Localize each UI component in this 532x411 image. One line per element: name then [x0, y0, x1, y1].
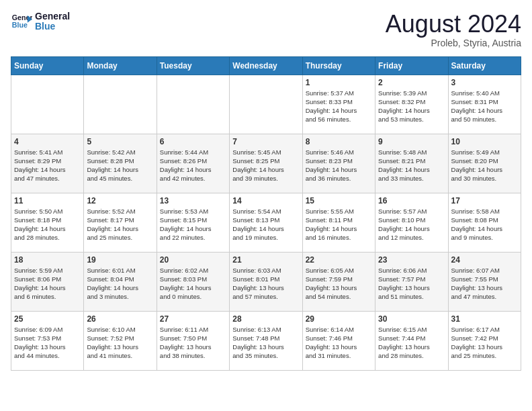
day-number: 3 [451, 78, 518, 87]
day-number: 20 [160, 255, 226, 265]
day-number: 15 [306, 196, 372, 205]
calendar-cell: 17Sunrise: 5:58 AM Sunset: 8:08 PM Dayli… [448, 193, 521, 252]
day-info: Sunrise: 5:53 AM Sunset: 8:15 PM Dayligh… [160, 207, 226, 242]
day-number: 9 [378, 137, 445, 146]
day-number: 24 [451, 255, 518, 265]
weekday-header-wednesday: Wednesday [230, 56, 302, 75]
calendar-cell: 9Sunrise: 5:48 AM Sunset: 8:21 PM Daylig… [375, 134, 448, 193]
calendar-cell: 10Sunrise: 5:49 AM Sunset: 8:20 PM Dayli… [448, 134, 521, 193]
calendar-cell [157, 75, 229, 134]
day-number: 6 [160, 137, 226, 146]
day-info: Sunrise: 5:58 AM Sunset: 8:08 PM Dayligh… [451, 207, 518, 242]
month-year: August 2024 [386, 11, 521, 38]
calendar-week-2: 4Sunrise: 5:41 AM Sunset: 8:29 PM Daylig… [11, 134, 521, 193]
calendar-cell: 3Sunrise: 5:40 AM Sunset: 8:31 PM Daylig… [448, 75, 521, 134]
day-info: Sunrise: 5:50 AM Sunset: 8:18 PM Dayligh… [14, 207, 81, 242]
day-number: 31 [451, 314, 518, 324]
day-info: Sunrise: 6:15 AM Sunset: 7:44 PM Dayligh… [378, 325, 445, 361]
calendar-cell: 15Sunrise: 5:55 AM Sunset: 8:11 PM Dayli… [302, 193, 375, 252]
weekday-header-saturday: Saturday [448, 56, 521, 75]
logo: General Blue General Blue [11, 11, 70, 32]
calendar-cell [11, 75, 84, 134]
calendar-cell: 31Sunrise: 6:17 AM Sunset: 7:42 PM Dayli… [448, 311, 521, 370]
calendar-cell: 21Sunrise: 6:03 AM Sunset: 8:01 PM Dayli… [230, 252, 302, 311]
day-number: 1 [306, 78, 372, 87]
day-info: Sunrise: 6:07 AM Sunset: 7:55 PM Dayligh… [451, 266, 518, 302]
calendar-week-5: 25Sunrise: 6:09 AM Sunset: 7:53 PM Dayli… [11, 311, 521, 370]
calendar-cell: 2Sunrise: 5:39 AM Sunset: 8:32 PM Daylig… [375, 75, 448, 134]
calendar-cell: 1Sunrise: 5:37 AM Sunset: 8:33 PM Daylig… [302, 75, 375, 134]
day-info: Sunrise: 5:55 AM Sunset: 8:11 PM Dayligh… [306, 207, 372, 242]
calendar-cell: 30Sunrise: 6:15 AM Sunset: 7:44 PM Dayli… [375, 311, 448, 370]
day-number: 30 [378, 314, 445, 324]
calendar-cell [84, 75, 157, 134]
day-number: 28 [232, 314, 299, 324]
day-info: Sunrise: 5:57 AM Sunset: 8:10 PM Dayligh… [378, 207, 445, 242]
day-info: Sunrise: 5:39 AM Sunset: 8:32 PM Dayligh… [378, 89, 445, 124]
day-info: Sunrise: 6:05 AM Sunset: 7:59 PM Dayligh… [306, 266, 372, 302]
day-number: 11 [14, 196, 81, 205]
day-number: 8 [306, 137, 372, 146]
day-number: 19 [87, 255, 153, 265]
calendar-cell: 23Sunrise: 6:06 AM Sunset: 7:57 PM Dayli… [375, 252, 448, 311]
calendar-cell: 7Sunrise: 5:45 AM Sunset: 8:25 PM Daylig… [230, 134, 302, 193]
day-info: Sunrise: 5:46 AM Sunset: 8:23 PM Dayligh… [306, 148, 372, 183]
day-info: Sunrise: 6:09 AM Sunset: 7:53 PM Dayligh… [14, 325, 81, 361]
day-info: Sunrise: 6:02 AM Sunset: 8:03 PM Dayligh… [160, 266, 226, 302]
day-info: Sunrise: 6:11 AM Sunset: 7:50 PM Dayligh… [160, 325, 226, 361]
weekday-header-sunday: Sunday [11, 56, 84, 75]
day-info: Sunrise: 5:52 AM Sunset: 8:17 PM Dayligh… [87, 207, 153, 242]
day-number: 4 [14, 137, 81, 146]
calendar-cell: 27Sunrise: 6:11 AM Sunset: 7:50 PM Dayli… [157, 311, 229, 370]
calendar-cell: 22Sunrise: 6:05 AM Sunset: 7:59 PM Dayli… [302, 252, 375, 311]
day-info: Sunrise: 6:03 AM Sunset: 8:01 PM Dayligh… [232, 266, 299, 302]
page-header: General Blue General Blue August 2024 Pr… [11, 11, 521, 48]
calendar-cell: 29Sunrise: 6:14 AM Sunset: 7:46 PM Dayli… [302, 311, 375, 370]
weekday-header-monday: Monday [84, 56, 157, 75]
day-info: Sunrise: 6:17 AM Sunset: 7:42 PM Dayligh… [451, 325, 518, 361]
day-number: 27 [160, 314, 226, 324]
day-info: Sunrise: 5:54 AM Sunset: 8:13 PM Dayligh… [232, 207, 299, 242]
calendar-week-3: 11Sunrise: 5:50 AM Sunset: 8:18 PM Dayli… [11, 193, 521, 252]
calendar-cell: 24Sunrise: 6:07 AM Sunset: 7:55 PM Dayli… [448, 252, 521, 311]
day-number: 17 [451, 196, 518, 205]
calendar-cell: 25Sunrise: 6:09 AM Sunset: 7:53 PM Dayli… [11, 311, 84, 370]
day-number: 18 [14, 255, 81, 265]
calendar-week-1: 1Sunrise: 5:37 AM Sunset: 8:33 PM Daylig… [11, 75, 521, 134]
logo-general: General [35, 11, 70, 21]
day-number: 16 [378, 196, 445, 205]
day-number: 23 [378, 255, 445, 265]
calendar-cell: 11Sunrise: 5:50 AM Sunset: 8:18 PM Dayli… [11, 193, 84, 252]
calendar-cell: 16Sunrise: 5:57 AM Sunset: 8:10 PM Dayli… [375, 193, 448, 252]
calendar-cell: 28Sunrise: 6:13 AM Sunset: 7:48 PM Dayli… [230, 311, 302, 370]
day-info: Sunrise: 5:41 AM Sunset: 8:29 PM Dayligh… [14, 148, 81, 183]
day-number: 10 [451, 137, 518, 146]
calendar-cell: 18Sunrise: 5:59 AM Sunset: 8:06 PM Dayli… [11, 252, 84, 311]
day-info: Sunrise: 6:06 AM Sunset: 7:57 PM Dayligh… [378, 266, 445, 302]
calendar-cell: 5Sunrise: 5:42 AM Sunset: 8:28 PM Daylig… [84, 134, 157, 193]
day-number: 14 [232, 196, 299, 205]
calendar-cell: 6Sunrise: 5:44 AM Sunset: 8:26 PM Daylig… [157, 134, 229, 193]
title-block: August 2024 Proleb, Styria, Austria [386, 11, 521, 48]
location: Proleb, Styria, Austria [386, 38, 521, 48]
day-number: 22 [306, 255, 372, 265]
calendar-cell: 19Sunrise: 6:01 AM Sunset: 8:04 PM Dayli… [84, 252, 157, 311]
calendar-cell: 20Sunrise: 6:02 AM Sunset: 8:03 PM Dayli… [157, 252, 229, 311]
weekday-header-friday: Friday [375, 56, 448, 75]
svg-text:Blue: Blue [12, 21, 28, 29]
day-info: Sunrise: 5:42 AM Sunset: 8:28 PM Dayligh… [87, 148, 153, 183]
weekday-header-row: SundayMondayTuesdayWednesdayThursdayFrid… [11, 56, 521, 75]
day-info: Sunrise: 6:14 AM Sunset: 7:46 PM Dayligh… [306, 325, 372, 361]
day-number: 12 [87, 196, 153, 205]
calendar-cell: 14Sunrise: 5:54 AM Sunset: 8:13 PM Dayli… [230, 193, 302, 252]
day-info: Sunrise: 5:37 AM Sunset: 8:33 PM Dayligh… [306, 89, 372, 124]
day-number: 29 [306, 314, 372, 324]
calendar-cell: 13Sunrise: 5:53 AM Sunset: 8:15 PM Dayli… [157, 193, 229, 252]
day-info: Sunrise: 6:10 AM Sunset: 7:52 PM Dayligh… [87, 325, 153, 361]
weekday-header-tuesday: Tuesday [157, 56, 229, 75]
day-number: 7 [232, 137, 299, 146]
calendar-cell: 26Sunrise: 6:10 AM Sunset: 7:52 PM Dayli… [84, 311, 157, 370]
day-info: Sunrise: 6:13 AM Sunset: 7:48 PM Dayligh… [232, 325, 299, 361]
weekday-header-thursday: Thursday [302, 56, 375, 75]
calendar-cell: 4Sunrise: 5:41 AM Sunset: 8:29 PM Daylig… [11, 134, 84, 193]
